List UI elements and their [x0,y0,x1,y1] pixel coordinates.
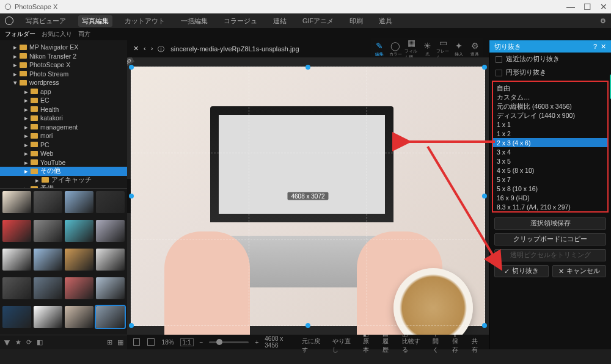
grid2-icon[interactable] [147,338,154,346]
save-selection-button[interactable]: 選択領域保存 [494,217,606,230]
thumbnail[interactable] [34,220,62,242]
ratio-option[interactable]: 1 x 2 [493,129,607,138]
thumbnail[interactable] [96,277,125,299]
window-maximize-button[interactable]: ☐ [584,2,591,12]
prev-image-button[interactable]: ‹ [144,45,146,54]
tree-item[interactable]: ▸ Health [0,105,127,114]
crop-overlay[interactable]: 4608 x 3072 [131,67,485,326]
thumbnail[interactable] [65,191,93,213]
ratio-option[interactable]: 3 x 5 [493,156,607,166]
crop-confirm-button[interactable]: ✓切り抜き [494,265,549,277]
top-tab-edit[interactable]: 写真編集 [78,15,112,27]
top-tab-combine[interactable]: 連結 [269,15,290,27]
top-tab-tools[interactable]: 道具 [375,15,396,27]
thumbnail[interactable] [34,277,62,299]
canvas[interactable]: ‹ 4608 x 3072 PRO [127,57,489,335]
window-close-button[interactable]: ✕ [600,2,607,12]
thumbnail[interactable] [96,249,125,271]
view-mode-icon[interactable]: ▦ [117,338,123,346]
tool-color-button[interactable]: ◯カラー [389,41,402,57]
thumbnail[interactable] [34,249,62,271]
tree-item[interactable]: ▸ mori [0,131,127,140]
tree-item[interactable]: ▸ Photo Stream [0,70,127,79]
crop-handle-bc[interactable] [306,323,310,328]
ratio-option[interactable]: 自由 [493,83,607,92]
ratio-option[interactable]: 5 x 7 [493,175,607,184]
crop-handle-tc[interactable] [306,65,310,70]
thumbnail[interactable] [65,249,93,271]
info-icon[interactable]: ⓘ [158,45,164,54]
tree-item[interactable]: ▸ PC [0,140,127,150]
subtab-folder[interactable]: フォルダー [5,30,35,38]
thumbnail[interactable] [2,191,31,213]
tree-item[interactable]: ▸ アイキャッチ [0,176,127,185]
thumbnail[interactable] [2,249,31,271]
crop-handle-ml[interactable] [129,194,134,198]
tree-item[interactable]: ▸ YouTube [0,158,127,167]
settings-gear-icon[interactable]: ⚙ [600,17,606,25]
ratio-option[interactable]: 元の縦横比 (4608 x 3456) [493,101,607,111]
tree-item[interactable]: ▸ katakori [0,114,127,123]
zoom-out-button[interactable]: − [200,339,203,346]
top-tab-batch[interactable]: 一括編集 [177,15,211,27]
ratio-option[interactable]: 16 x 9 (HD) [493,193,607,202]
thumbnail[interactable] [65,220,93,242]
tree-item[interactable]: ▸ その他 [0,167,127,176]
image-preview[interactable]: 4608 x 3072 PRO [131,67,485,326]
crop-handle-br[interactable] [482,323,487,328]
top-tab-viewer[interactable]: 写真ビューア [22,15,70,27]
top-tab-print[interactable]: 印刷 [346,15,367,27]
tool-light-button[interactable]: ☀光 [420,41,434,57]
tree-item[interactable]: ▸ management [0,123,127,132]
ratio-option[interactable]: 3 x 4 [493,147,607,156]
grid-icon[interactable] [133,338,140,346]
tool-tools-button[interactable]: ⚙道具 [468,41,481,57]
help-icon[interactable]: ? [593,43,597,51]
collapse-icon[interactable]: ⯆ [4,339,10,346]
thumbnail[interactable] [2,277,31,299]
close-panel-button[interactable]: ✕ [601,43,606,51]
ratio-option[interactable]: 2 x 3 (4 x 6) [493,138,607,147]
ratio-option[interactable]: 8.3 x 11.7 (A4, 210 x 297) [493,202,607,211]
next-image-button[interactable]: › [151,45,153,54]
crop-handle-tr[interactable] [482,65,487,70]
ratio-option[interactable]: 1 x 1 [493,120,607,129]
zoom-fit-button[interactable]: 1:1 [180,338,194,346]
thumbnail[interactable] [2,306,31,328]
close-editor-button[interactable]: ✕ [133,45,139,54]
tool-insert-button[interactable]: ✦挿入 [452,41,466,57]
tree-item[interactable]: ▸ Nikon Transfer 2 [0,52,127,61]
circle-crop-checkbox[interactable]: 円形切り抜き [489,66,611,79]
perspective-crop-checkbox[interactable]: 遠近法の切り抜き [489,53,611,66]
tree-item[interactable]: ▾ wordpress [0,78,127,87]
tool-film-button[interactable]: ▦フィルム調 [404,38,418,60]
tree-item[interactable]: ▸ Web [0,149,127,158]
thumbnail[interactable] [65,277,93,299]
subtab-both[interactable]: 両方 [78,30,90,38]
aspect-ratio-list[interactable]: 自由カスタム…元の縦横比 (4608 x 3456)ディスプレイ (1440 x… [492,81,609,213]
thumbnail[interactable] [96,191,125,213]
tree-item[interactable]: ▸ MP Navigator EX [0,43,127,52]
window-minimize-button[interactable]: — [566,2,575,12]
thumbnail[interactable] [2,220,31,242]
top-tab-cutout[interactable]: カットアウト [121,15,169,27]
subtab-favorites[interactable]: お気に入り [42,30,72,38]
thumbnail[interactable] [65,306,93,328]
favorite-star-icon[interactable]: ★ [15,338,21,346]
tree-item[interactable]: ▸ PhotoScape X [0,60,127,70]
tool-frame-button[interactable]: ▭フレーム [436,38,450,60]
thumbnail[interactable] [34,191,62,213]
filter-icon[interactable]: ◧ [37,338,43,346]
tree-item[interactable]: ▸ app [0,87,127,96]
crop-handle-mr[interactable] [482,194,487,198]
ratio-option[interactable]: 4 x 5 (8 x 10) [493,166,607,175]
top-tab-collage[interactable]: コラージュ [220,15,261,27]
ratio-option[interactable]: カスタム… [493,92,607,101]
crop-cancel-button[interactable]: ✕キャンセル [552,265,607,277]
crop-handle-tl[interactable] [129,65,134,70]
copy-clipboard-button[interactable]: クリップボードにコピー [494,233,606,246]
folder-tree[interactable]: ▸ MP Navigator EX▸ Nikon Transfer 2▸ Pho… [0,40,127,188]
tool-edit-button[interactable]: ✎編集 [373,41,386,57]
zoom-in-button[interactable]: + [255,339,258,346]
top-tab-gif[interactable]: GIFアニメ [299,15,337,27]
